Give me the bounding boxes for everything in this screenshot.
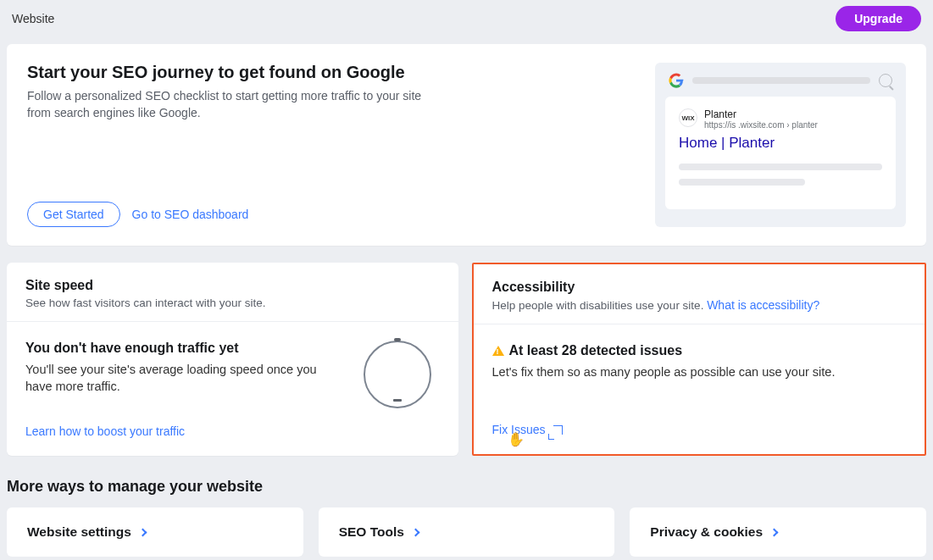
search-result-preview: WIX Planter https://is .wixsite.com › pl… xyxy=(665,97,896,209)
accessibility-title: Accessibility xyxy=(492,280,907,295)
a11y-sub-text: Help people with disabilities use your s… xyxy=(492,299,708,312)
mini-title: Privacy & cookies xyxy=(650,524,763,540)
seo-card: Start your SEO journey to get found on G… xyxy=(7,44,926,246)
website-settings-card[interactable]: Website settings xyxy=(7,507,303,557)
site-speed-sub: See how fast visitors can interact with … xyxy=(25,297,440,309)
warning-icon xyxy=(492,346,504,356)
boost-traffic-link[interactable]: Learn how to boost your traffic xyxy=(25,424,185,438)
mini-title: SEO Tools xyxy=(339,524,404,540)
upgrade-button[interactable]: Upgrade xyxy=(836,6,921,31)
search-icon xyxy=(879,74,892,87)
preview-line xyxy=(679,164,882,170)
more-ways-heading: More ways to manage your website xyxy=(7,478,928,496)
fix-issues-link[interactable]: Fix Issues xyxy=(492,423,564,436)
google-logo-icon xyxy=(669,73,684,88)
seo-tools-card[interactable]: SEO Tools xyxy=(319,507,615,557)
preview-sitename: Planter xyxy=(704,108,818,120)
accessibility-card: Accessibility Help people with disabilit… xyxy=(472,263,927,456)
favicon-icon: WIX xyxy=(679,108,697,127)
seo-desc: Follow a personalized SEO checklist to s… xyxy=(27,87,425,122)
what-is-accessibility-link[interactable]: What is accessibility? xyxy=(707,298,819,312)
accessibility-sub: Help people with disabilities use your s… xyxy=(492,298,907,312)
chevron-right-icon xyxy=(138,529,147,537)
privacy-cookies-card[interactable]: Privacy & cookies xyxy=(630,507,926,557)
search-bar-placeholder xyxy=(692,77,870,84)
preview-url: https://is .wixsite.com › planter xyxy=(704,120,818,130)
a11y-msg-desc: Let's fix them so as many people as poss… xyxy=(492,363,907,380)
site-speed-title: Site speed xyxy=(25,278,440,293)
preview-result-title: Home | Planter xyxy=(679,135,882,152)
seo-title: Start your SEO journey to get found on G… xyxy=(27,63,635,82)
get-started-button[interactable]: Get Started xyxy=(27,202,120,227)
external-link-icon xyxy=(553,425,563,435)
page-title: Website xyxy=(12,12,54,25)
seo-dashboard-link[interactable]: Go to SEO dashboard xyxy=(132,208,249,221)
preview-line xyxy=(679,179,805,186)
fix-issues-label: Fix Issues xyxy=(492,423,546,436)
speed-msg-title: You don't have enough traffic yet xyxy=(25,341,347,356)
site-speed-card: Site speed See how fast visitors can int… xyxy=(7,263,458,456)
speed-msg-desc: You'll see your site's average loading s… xyxy=(25,361,347,396)
google-preview: WIX Planter https://is .wixsite.com › pl… xyxy=(655,63,906,227)
a11y-msg-title-text: At least 28 detected issues xyxy=(509,343,683,358)
a11y-msg-title: At least 28 detected issues xyxy=(492,343,907,358)
gauge-icon xyxy=(364,341,431,408)
chevron-right-icon xyxy=(770,529,779,537)
mini-title: Website settings xyxy=(27,524,131,540)
chevron-right-icon xyxy=(411,529,419,537)
